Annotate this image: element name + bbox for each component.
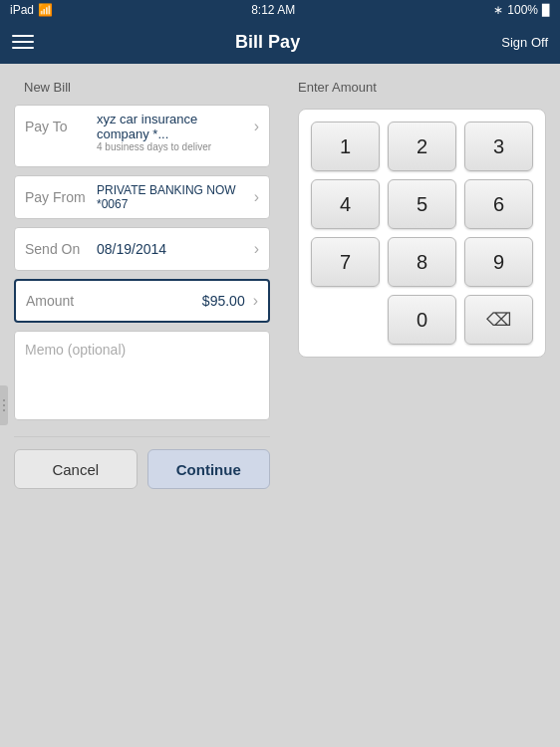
pay-to-row[interactable]: Pay To xyz car insurance company *... › … (14, 105, 270, 167)
main-content: New Bill Pay To xyz car insurance compan… (0, 64, 560, 747)
battery-label: 100% (507, 3, 538, 17)
continue-button[interactable]: Continue (147, 449, 271, 489)
app-header: Bill Pay Sign Off (0, 20, 560, 64)
numpad-backspace-button[interactable]: ⌫ (464, 295, 533, 345)
numpad-key-3[interactable]: 3 (464, 122, 533, 171)
pay-from-chevron-icon: › (254, 188, 259, 206)
menu-button[interactable] (12, 35, 34, 49)
amount-row[interactable]: Amount $95.00 › (14, 279, 270, 323)
numpad-key-5[interactable]: 5 (388, 179, 456, 229)
page-title: Bill Pay (34, 32, 501, 53)
numpad-key-6[interactable]: 6 (464, 179, 533, 229)
send-on-chevron-icon: › (254, 240, 259, 258)
amount-value: $95.00 (98, 293, 249, 309)
carrier-label: iPad (10, 3, 34, 17)
bluetooth-icon: ∗ (493, 3, 503, 17)
pay-from-row[interactable]: Pay From PRIVATE BANKING NOW *0067 › (14, 175, 270, 219)
divider (14, 436, 270, 437)
battery-icon: ▉ (542, 4, 550, 17)
memo-placeholder: Memo (optional) (25, 342, 126, 358)
backspace-icon: ⌫ (486, 309, 511, 331)
status-right: ∗ 100% ▉ (493, 3, 550, 17)
pay-to-subtext: 4 business days to deliver (25, 141, 211, 152)
action-buttons: Cancel Continue (14, 449, 270, 489)
memo-field[interactable]: Memo (optional) (14, 331, 270, 420)
numpad-key-2[interactable]: 2 (388, 122, 456, 171)
cancel-button[interactable]: Cancel (14, 449, 138, 489)
status-bar: iPad 📶 8:12 AM ∗ 100% ▉ (0, 0, 560, 20)
pay-to-label: Pay To (25, 119, 97, 134)
right-panel: Enter Amount 1234567890⌫ (284, 64, 560, 747)
pay-from-value: PRIVATE BANKING NOW *0067 (97, 183, 250, 211)
amount-chevron-icon: › (253, 292, 258, 310)
numpad-key-9[interactable]: 9 (464, 237, 533, 287)
sign-off-button[interactable]: Sign Off (501, 35, 548, 50)
enter-amount-label: Enter Amount (298, 80, 546, 95)
send-on-value: 08/19/2014 (97, 241, 250, 257)
numpad-key-4[interactable]: 4 (311, 179, 380, 229)
numpad: 1234567890⌫ (298, 109, 546, 358)
numpad-key-0[interactable]: 0 (388, 295, 456, 345)
time-label: 8:12 AM (251, 3, 295, 17)
numpad-key-7[interactable]: 7 (311, 237, 380, 287)
numpad-key-8[interactable]: 8 (388, 237, 456, 287)
drag-handle[interactable] (0, 385, 8, 425)
left-panel: New Bill Pay To xyz car insurance compan… (0, 64, 284, 747)
send-on-row[interactable]: Send On 08/19/2014 › (14, 227, 270, 271)
wifi-icon: 📶 (38, 3, 53, 17)
pay-to-value: xyz car insurance company *... (97, 112, 250, 141)
numpad-empty (311, 295, 380, 345)
amount-label: Amount (26, 293, 98, 309)
new-bill-label: New Bill (24, 80, 270, 95)
pay-to-chevron-icon: › (254, 118, 259, 135)
send-on-label: Send On (25, 241, 97, 257)
status-left: iPad 📶 (10, 3, 53, 17)
pay-from-label: Pay From (25, 189, 97, 205)
numpad-key-1[interactable]: 1 (311, 122, 380, 171)
